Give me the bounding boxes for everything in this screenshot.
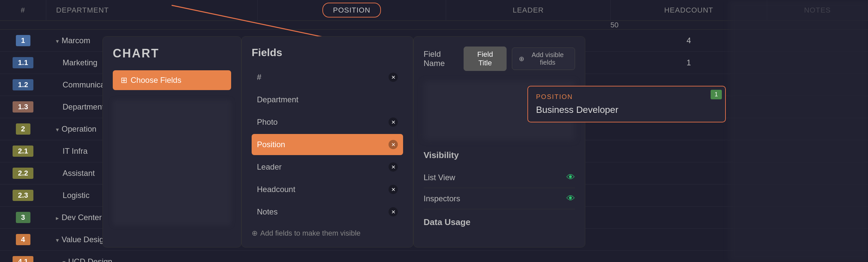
field-item-notes-label: Notes [257, 207, 278, 217]
col-department-header: DEPARTMENT [46, 0, 257, 21]
field-item-department[interactable]: Department [252, 89, 403, 110]
field-item-position[interactable]: Position ✕ [252, 134, 403, 155]
col-position-header[interactable]: POSITION [257, 0, 446, 21]
chart-title: CHART [113, 46, 231, 61]
row-id: 3 [0, 207, 46, 229]
field-item-department-label: Department [257, 95, 298, 104]
fields-panel: Fields # ✕ Department Photo ✕ Position ✕… [241, 36, 413, 248]
position-card-badge: 1 [711, 90, 722, 99]
col-num-header: # [0, 0, 46, 21]
position-header-label: POSITION [322, 3, 381, 17]
choose-fields-label: Choose Fields [131, 76, 181, 85]
add-fields-label: Add fields to make them visible [260, 229, 361, 237]
field-item-photo-label: Photo [257, 117, 278, 127]
col-leader-header: LEADER [446, 0, 611, 21]
properties-panel: Field Name Field Title ⊕ Add visible fie… [413, 36, 585, 248]
data-usage-title: Data Usage [424, 217, 575, 227]
field-item-num[interactable]: # ✕ [252, 67, 403, 88]
field-remove-photo[interactable]: ✕ [389, 117, 398, 127]
visibility-section: Visibility List View 👁 Inspectors 👁 [424, 150, 575, 209]
field-item-position-label: Position [257, 140, 285, 149]
row-id: 1 [0, 30, 46, 52]
row-id: 2.1 [0, 140, 46, 162]
choose-fields-icon: ⊞ [121, 76, 127, 85]
row-id: 2 [0, 118, 46, 140]
position-card: POSITION Business Developer 1 [527, 86, 726, 122]
field-remove-leader[interactable]: ✕ [389, 162, 398, 172]
list-view-eye-icon[interactable]: 👁 [566, 172, 575, 183]
add-visible-fields-label: Add visible fields [527, 51, 568, 66]
position-card-label: POSITION [536, 93, 717, 101]
fields-panel-title: Fields [252, 46, 403, 59]
add-fields-link[interactable]: ⊕ Add fields to make them visible [252, 229, 403, 237]
list-view-label: List View [424, 173, 455, 182]
field-remove-headcount[interactable]: ✕ [389, 185, 398, 194]
field-remove-position[interactable]: ✕ [389, 140, 398, 149]
field-item-photo[interactable]: Photo ✕ [252, 112, 403, 133]
field-remove-num[interactable]: ✕ [389, 73, 398, 82]
field-title-tab[interactable]: Field Title [464, 46, 506, 71]
list-view-row: List View 👁 [424, 167, 575, 188]
field-item-leader[interactable]: Leader ✕ [252, 156, 403, 178]
row-id: 1.2 [0, 74, 46, 96]
position-card-value: Business Developer [536, 105, 717, 115]
visibility-title: Visibility [424, 150, 575, 160]
add-visible-plus-icon: ⊕ [519, 55, 524, 63]
field-name-header: Field Name Field Title ⊕ Add visible fie… [424, 46, 575, 71]
field-item-headcount[interactable]: Headcount ✕ [252, 179, 403, 200]
chart-panel: CHART ⊞ Choose Fields [102, 36, 241, 248]
field-item-num-label: # [257, 73, 261, 82]
field-item-headcount-label: Headcount [257, 185, 295, 194]
main-container: # DEPARTMENT POSITION LEADER HEADCOUNT N… [0, 0, 868, 262]
inspectors-row: Inspectors 👁 [424, 188, 575, 209]
data-usage-section: Data Usage [424, 217, 575, 227]
add-visible-fields-button[interactable]: ⊕ Add visible fields [512, 47, 575, 70]
add-fields-plus-icon: ⊕ [252, 229, 257, 237]
field-remove-notes[interactable]: ✕ [389, 207, 398, 217]
row-id: 4.1 [0, 251, 46, 262]
right-blur-panel [729, 0, 868, 262]
inspectors-eye-icon[interactable]: 👁 [566, 193, 575, 203]
chart-preview [113, 100, 231, 225]
field-item-notes[interactable]: Notes ✕ [252, 201, 403, 222]
row-id: 4 [0, 229, 46, 251]
row-id: 2.3 [0, 184, 46, 207]
field-name-label: Field Name [424, 49, 458, 68]
row-id: 1.3 [0, 96, 46, 118]
inspectors-label: Inspectors [424, 194, 460, 203]
row-id: 1.1 [0, 52, 46, 74]
field-item-leader-label: Leader [257, 162, 282, 172]
row-id: 2.2 [0, 162, 46, 184]
dept-cell: ▾UCD Design [46, 251, 257, 262]
choose-fields-button[interactable]: ⊞ Choose Fields [113, 70, 231, 90]
